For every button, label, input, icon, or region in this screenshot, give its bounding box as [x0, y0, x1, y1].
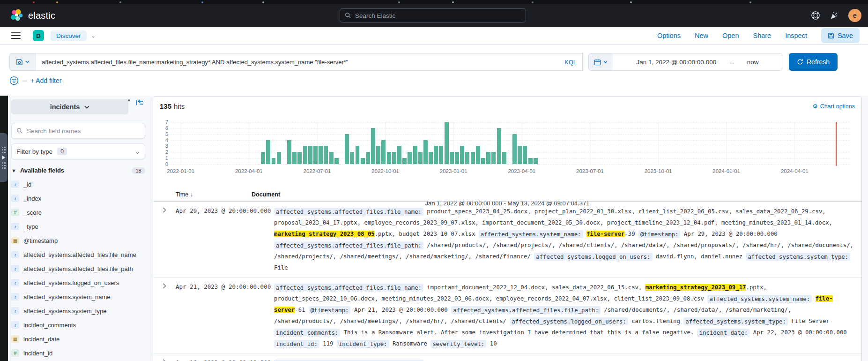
time-column-header[interactable]: Time ↓ [153, 191, 252, 198]
help-icon[interactable] [811, 11, 820, 20]
date-to[interactable]: now [747, 59, 759, 66]
histogram-bar[interactable] [272, 158, 276, 164]
histogram-bar[interactable] [334, 158, 339, 164]
row-document[interactable]: affected_systems.affected_files.file_nam… [274, 358, 861, 361]
refresh-button[interactable]: Refresh [789, 53, 838, 71]
histogram-bar[interactable] [345, 134, 349, 164]
share-link[interactable]: Share [753, 32, 771, 39]
histogram-bar[interactable] [528, 158, 533, 164]
histogram-bar[interactable] [518, 146, 522, 164]
histogram-bar[interactable] [287, 140, 291, 164]
global-search-input[interactable] [355, 12, 505, 19]
edge-panel-tab[interactable] [0, 133, 7, 182]
histogram-bar[interactable] [402, 158, 407, 164]
histogram-bar[interactable] [418, 152, 423, 164]
saved-query-menu[interactable] [9, 53, 36, 71]
histogram-bar[interactable] [308, 146, 312, 164]
sort-descending-icon[interactable]: ↓ [190, 191, 193, 198]
histogram-bar[interactable] [277, 152, 281, 164]
inspect-link[interactable]: Inspect [785, 32, 807, 39]
date-from[interactable]: Jan 1, 2022 @ 00:00:00.000 [637, 59, 717, 66]
expand-row-icon[interactable] [162, 207, 167, 213]
histogram-bar[interactable] [261, 152, 265, 164]
histogram-bar[interactable] [356, 146, 360, 164]
histogram-bar[interactable] [450, 152, 454, 164]
histogram-bar[interactable] [471, 152, 475, 164]
histogram-bar[interactable] [534, 158, 538, 164]
histogram-bar[interactable] [366, 152, 370, 164]
filter-by-type[interactable]: Filter by type 0 ⌄ [11, 143, 145, 159]
histogram-bar[interactable] [445, 122, 449, 164]
add-filter-button[interactable]: + Add filter [30, 77, 62, 84]
options-link[interactable]: Options [657, 32, 681, 39]
field-item[interactable]: t_index [11, 195, 147, 203]
histogram-bar[interactable] [361, 158, 365, 164]
field-item[interactable]: taffected_systems.system_name [11, 293, 147, 301]
open-link[interactable]: Open [722, 32, 739, 39]
histogram-bar[interactable] [392, 152, 396, 164]
histogram-bar[interactable] [491, 152, 496, 164]
histogram-bar[interactable] [439, 146, 443, 164]
histogram-bar[interactable] [292, 152, 297, 164]
histogram-bar[interactable] [455, 152, 459, 164]
histogram-bar[interactable] [497, 128, 501, 164]
field-search[interactable]: Search field names [11, 123, 145, 139]
data-view-selector[interactable]: incidents [11, 99, 128, 114]
field-item[interactable]: taffected_systems.system_type [11, 307, 147, 315]
chart-options-button[interactable]: ⚙ Chart options [812, 103, 855, 110]
field-item[interactable]: tincident_comments [11, 321, 147, 329]
space-badge[interactable]: D [33, 30, 44, 41]
histogram-bar[interactable] [460, 146, 464, 164]
histogram-plot[interactable]: 012345672022-01-012022-04-012022-07-0120… [171, 122, 849, 166]
expand-row-icon[interactable] [162, 359, 167, 361]
histogram-bar[interactable] [324, 146, 328, 164]
query-language-badge[interactable]: KQL [560, 59, 577, 66]
global-search[interactable] [340, 8, 526, 23]
histogram-bar[interactable] [502, 152, 506, 164]
expand-row-icon[interactable] [162, 283, 167, 289]
histogram-bar[interactable] [408, 152, 412, 164]
histogram-bar[interactable] [376, 146, 380, 164]
new-link[interactable]: New [695, 32, 708, 39]
histogram-bar[interactable] [329, 152, 334, 164]
histogram-bar[interactable] [465, 152, 469, 164]
field-item[interactable]: ▦@timestamp [11, 237, 147, 245]
field-item[interactable]: taffected_systems.affected_files.file_pa… [11, 265, 147, 273]
news-icon[interactable] [830, 11, 839, 20]
histogram-bar[interactable] [434, 146, 438, 164]
histogram-bar[interactable] [350, 152, 354, 164]
histogram-bar[interactable] [387, 152, 391, 164]
row-document[interactable]: affected_systems.affected_files.file_nam… [274, 282, 861, 349]
available-fields-header[interactable]: ▼ Available fields 18 [11, 167, 147, 174]
filter-icon[interactable] [9, 76, 19, 85]
histogram-bar[interactable] [476, 146, 480, 164]
row-document[interactable]: affected_systems.affected_files.file_nam… [274, 206, 861, 273]
histogram-bar[interactable] [512, 134, 517, 164]
menu-icon[interactable] [11, 32, 21, 39]
date-quick-menu[interactable] [589, 53, 613, 70]
query-input[interactable]: affected_systems.affected_files.file_nam… [36, 53, 583, 71]
histogram-bar[interactable] [413, 146, 417, 164]
histogram-bar[interactable] [523, 146, 527, 164]
histogram-bar[interactable] [486, 152, 490, 164]
histogram-bar[interactable] [313, 146, 318, 164]
field-item[interactable]: ▦incident_date [11, 335, 147, 343]
field-item[interactable]: t_type [11, 223, 147, 231]
histogram-bar[interactable] [397, 146, 401, 164]
field-item[interactable]: #_score [11, 209, 147, 217]
histogram-bar[interactable] [381, 140, 386, 164]
field-item[interactable]: taffected_systems.affected_files.file_na… [11, 251, 147, 259]
breadcrumb[interactable]: Discover [51, 30, 87, 41]
save-button[interactable]: Save [821, 28, 860, 43]
histogram-bar[interactable] [481, 158, 485, 164]
histogram-bar[interactable] [266, 140, 270, 164]
elastic-logo-icon[interactable] [9, 8, 23, 23]
histogram-bar[interactable] [371, 128, 375, 164]
field-item[interactable]: t_id [11, 180, 147, 188]
user-avatar[interactable]: e [848, 9, 861, 22]
breadcrumb-caret-icon[interactable]: ⌄ [91, 33, 96, 39]
field-item[interactable]: #incident_id [11, 349, 147, 357]
histogram-bar[interactable] [423, 140, 428, 164]
histogram-bar[interactable] [303, 146, 307, 164]
histogram-bar[interactable] [297, 152, 302, 164]
